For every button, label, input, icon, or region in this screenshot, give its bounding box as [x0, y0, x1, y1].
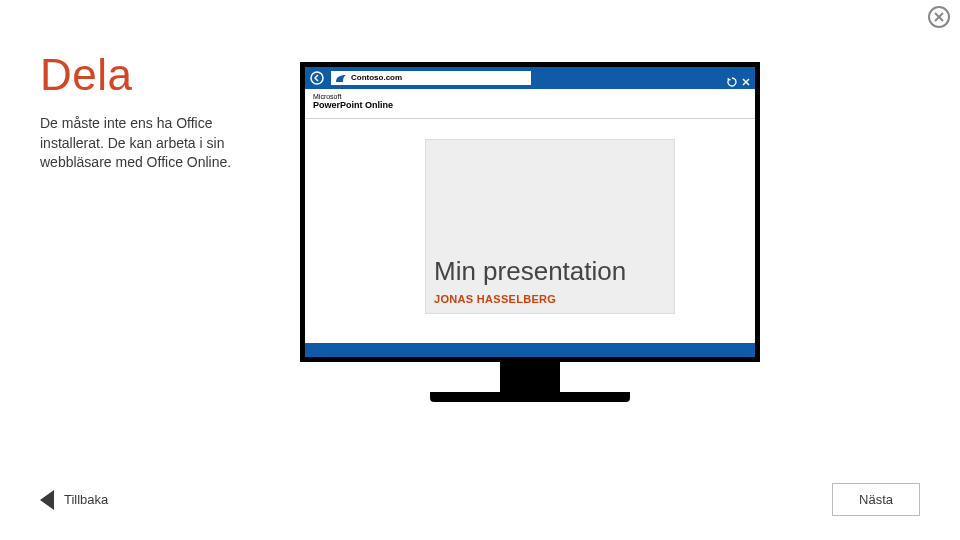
monitor-stand-base: [430, 392, 630, 402]
svg-point-2: [311, 72, 323, 84]
back-circle-icon: [307, 71, 327, 85]
back-button[interactable]: Tillbaka: [40, 490, 108, 510]
monitor-illustration: Contoso.com Microsoft PowerPoint Online: [300, 62, 760, 402]
close-icon[interactable]: [928, 6, 950, 28]
page-curl-icon: [335, 73, 347, 83]
app-statusbar: [305, 343, 755, 357]
back-label: Tillbaka: [64, 492, 108, 507]
monitor-bezel: Contoso.com Microsoft PowerPoint Online: [300, 62, 760, 362]
app-header: Microsoft PowerPoint Online: [305, 89, 755, 119]
window-close-icon: [741, 73, 751, 83]
address-bar: Contoso.com: [331, 71, 531, 85]
monitor-screen: Contoso.com Microsoft PowerPoint Online: [305, 67, 755, 357]
monitor-stand-neck: [500, 362, 560, 392]
slide-area: Min presentation JONAS HASSELBERG: [305, 119, 755, 343]
next-button[interactable]: Nästa: [832, 483, 920, 516]
arrow-left-icon: [40, 490, 54, 510]
app-product: PowerPoint Online: [313, 100, 747, 110]
slide-title: Min presentation: [434, 256, 626, 287]
refresh-icon: [727, 73, 737, 83]
slide-subtitle: JONAS HASSELBERG: [434, 293, 556, 305]
browser-titlebar: Contoso.com: [305, 67, 755, 89]
app-brand: Microsoft: [313, 93, 747, 100]
body-text: De måste inte ens ha Office installerat.…: [40, 114, 260, 173]
address-text: Contoso.com: [351, 71, 402, 85]
slide: Min presentation JONAS HASSELBERG: [425, 139, 675, 314]
